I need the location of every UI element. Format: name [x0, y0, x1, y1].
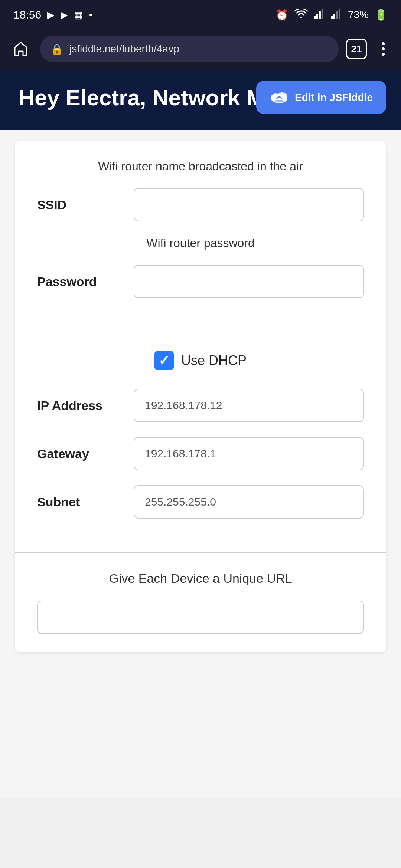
wifi-section: Wifi router name broadcasted in the air …: [15, 141, 386, 332]
cloud-icon: [270, 88, 289, 106]
url-section: Give Each Device a Unique URL: [15, 553, 386, 652]
cards-wrapper: Wifi router name broadcasted in the air …: [15, 141, 386, 652]
password-row: Password: [37, 265, 364, 298]
address-bar[interactable]: 🔒 jsfiddle.net/luberth/4avp: [40, 36, 339, 62]
ip-address-row: IP Address: [37, 389, 364, 422]
network-section: ✓ Use DHCP IP Address Gateway Subnet: [15, 332, 386, 553]
main-content: Wifi router name broadcasted in the air …: [0, 130, 401, 798]
subnet-label: Subnet: [37, 495, 119, 509]
status-left: 18:56 ▶ ▶ ▦ •: [13, 9, 92, 21]
signal2-icon: [331, 9, 342, 22]
svg-rect-0: [314, 16, 316, 19]
ssid-input[interactable]: [134, 188, 364, 221]
dot-icon: •: [89, 9, 92, 21]
status-time: 18:56: [13, 9, 41, 21]
browser-menu-button[interactable]: [374, 42, 392, 56]
gateway-input[interactable]: [134, 437, 364, 470]
dhcp-row: ✓ Use DHCP: [37, 351, 364, 370]
dhcp-checkbox[interactable]: ✓: [154, 351, 174, 370]
dhcp-label: Use DHCP: [181, 353, 247, 368]
svg-rect-5: [333, 14, 335, 19]
svg-rect-2: [319, 11, 321, 19]
app-header: Hey Electra, Network Manager Edit in JSF…: [0, 70, 401, 130]
edit-jsfiddle-button[interactable]: Edit in JSFiddle: [256, 81, 386, 114]
password-label: Password: [37, 274, 119, 289]
ip-address-label: IP Address: [37, 398, 119, 413]
password-description: Wifi router password: [37, 236, 364, 250]
play-icon: ▶: [47, 9, 55, 21]
svg-rect-4: [331, 16, 333, 19]
url-section-title: Give Each Device a Unique URL: [37, 571, 364, 597]
tab-count-button[interactable]: 21: [346, 39, 367, 59]
svg-rect-6: [336, 11, 338, 19]
browser-chrome: 🔒 jsfiddle.net/luberth/4avp 21: [0, 30, 401, 70]
subnet-input[interactable]: [134, 485, 364, 519]
gateway-row: Gateway: [37, 437, 364, 470]
ssid-label: SSID: [37, 198, 119, 212]
battery-percent: 73%: [348, 9, 369, 21]
alarm-icon: ⏰: [276, 9, 288, 21]
status-bar: 18:56 ▶ ▶ ▦ • ⏰: [0, 0, 401, 30]
signal-icon: [314, 9, 325, 22]
ip-address-input[interactable]: [134, 389, 364, 422]
status-right: ⏰ 73% 🔋: [276, 9, 388, 22]
subnet-row: Subnet: [37, 485, 364, 519]
url-text: jsfiddle.net/luberth/4avp: [69, 43, 328, 55]
svg-rect-3: [322, 9, 323, 19]
wifi-description: Wifi router name broadcasted in the air: [37, 160, 364, 173]
ssid-row: SSID: [37, 188, 364, 221]
gateway-label: Gateway: [37, 447, 119, 461]
battery-icon: 🔋: [375, 9, 388, 21]
svg-rect-7: [339, 9, 340, 19]
checkmark-icon: ✓: [159, 353, 170, 368]
lock-icon: 🔒: [50, 43, 63, 55]
edit-jsfiddle-label: Edit in JSFiddle: [295, 92, 373, 103]
wifi-icon: [294, 9, 308, 22]
youtube-icon: ▶: [61, 9, 68, 21]
home-button[interactable]: [9, 37, 33, 61]
svg-rect-1: [316, 14, 318, 19]
password-input[interactable]: [134, 265, 364, 298]
svg-point-10: [277, 92, 287, 101]
calendar-icon: ▦: [74, 9, 83, 21]
url-input[interactable]: [37, 601, 364, 634]
